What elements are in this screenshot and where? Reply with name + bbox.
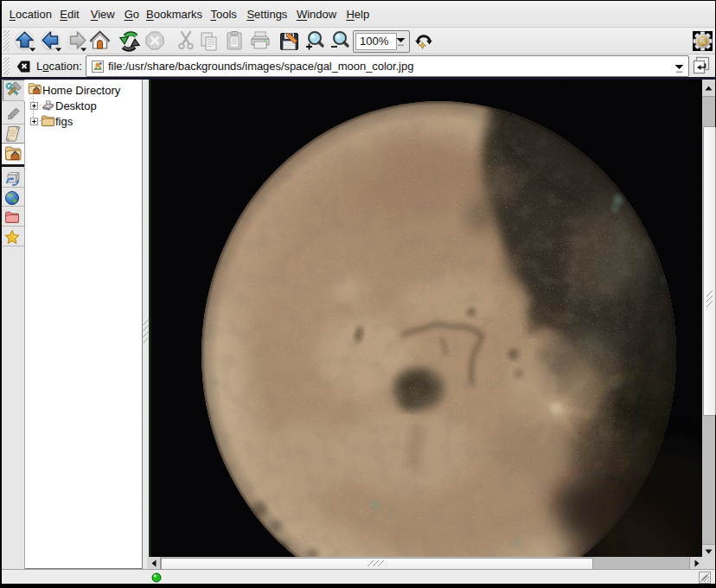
svg-text:K: K	[699, 35, 706, 46]
